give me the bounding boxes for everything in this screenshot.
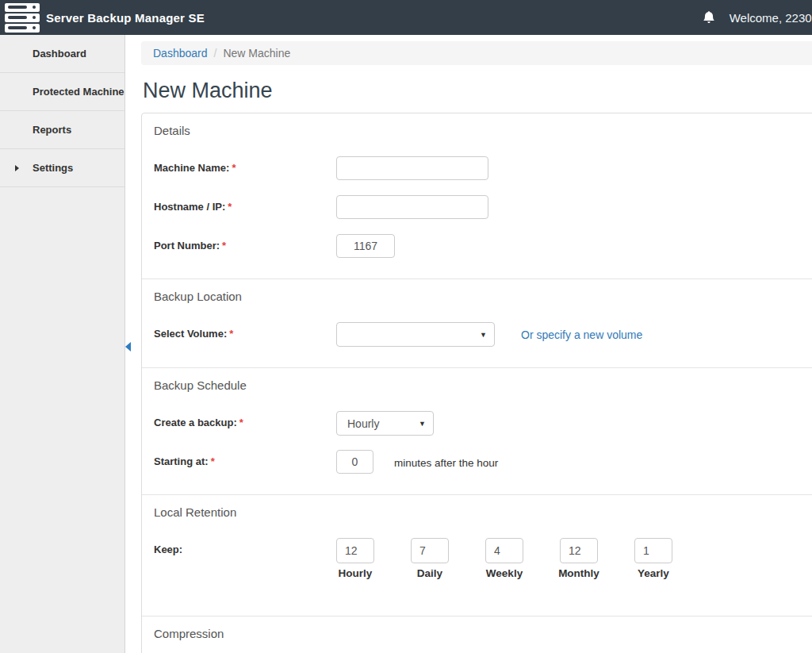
hostname-ip-label: Hostname / IP:* [154, 195, 336, 213]
keep-daily-field[interactable] [411, 538, 449, 563]
required-asterisk: * [232, 162, 236, 174]
keep-yearly-label: Yearly [638, 567, 669, 579]
breadcrumb-dashboard-link[interactable]: Dashboard [153, 47, 208, 60]
keep-weekly-label: Weekly [486, 567, 523, 579]
breadcrumb-separator: / [214, 47, 217, 60]
compression-section: Compression [142, 617, 812, 653]
notifications-bell-icon[interactable] [703, 10, 715, 25]
keep-hourly-field[interactable] [336, 538, 374, 563]
local-retention-section: Local Retention Keep: Hourly Daily Weekl… [142, 495, 812, 617]
details-section: Details Machine Name:* Hostname / IP:* P… [142, 113, 812, 279]
local-retention-section-title: Local Retention [154, 505, 812, 519]
sidebar-item-settings[interactable]: Settings [0, 149, 124, 187]
machine-name-label: Machine Name:* [154, 156, 336, 174]
compression-section-title: Compression [154, 627, 812, 640]
dropdown-arrow-icon: ▼ [419, 420, 426, 428]
sidebar-item-reports[interactable]: Reports [0, 111, 124, 149]
keep-daily-label: Daily [417, 567, 442, 579]
sidebar-nav: Dashboard Protected Machines Reports Set… [0, 35, 125, 653]
sidebar-item-label: Reports [33, 124, 124, 136]
backup-schedule-section-title: Backup Schedule [154, 378, 812, 392]
hostname-ip-field[interactable] [336, 195, 488, 219]
keep-weekly-group: Weekly [485, 538, 523, 579]
machine-name-field[interactable] [336, 156, 488, 180]
top-header-bar: Server Backup Manager SE Welcome, 22307 [0, 0, 812, 35]
keep-monthly-label: Monthly [558, 567, 599, 579]
create-backup-label: Create a backup:* [154, 411, 336, 428]
sidebar-item-dashboard[interactable]: Dashboard [0, 35, 124, 73]
keep-monthly-group: Monthly [560, 538, 598, 579]
keep-hourly-group: Hourly [336, 538, 374, 579]
select-volume-label: Select Volume:* [154, 322, 336, 340]
backup-location-section: Backup Location Select Volume:* ▼ Or spe… [142, 279, 812, 368]
sidebar-item-label: Settings [33, 162, 124, 174]
starting-at-suffix-text: minutes after the hour [394, 450, 498, 469]
port-number-label: Port Number:* [154, 234, 336, 252]
server-stack-logo-icon [5, 2, 41, 33]
backup-frequency-dropdown[interactable]: Hourly ▼ [336, 411, 434, 436]
sidebar-collapse-arrow-icon[interactable] [125, 342, 131, 351]
breadcrumb-current: New Machine [223, 47, 290, 60]
required-asterisk: * [211, 455, 215, 467]
keep-weekly-field[interactable] [485, 538, 523, 563]
breadcrumb: Dashboard / New Machine [141, 41, 812, 65]
chevron-right-icon [15, 165, 19, 171]
backup-location-section-title: Backup Location [154, 290, 812, 303]
sidebar-item-protected-machines[interactable]: Protected Machines [0, 73, 124, 111]
keep-label: Keep: [154, 538, 336, 555]
select-volume-dropdown[interactable]: ▼ [336, 322, 495, 347]
keep-daily-group: Daily [411, 538, 449, 579]
new-machine-form-panel: Details Machine Name:* Hostname / IP:* P… [141, 113, 812, 653]
keep-yearly-field[interactable] [634, 538, 672, 563]
dropdown-arrow-icon: ▼ [480, 331, 487, 339]
starting-at-field[interactable] [336, 450, 373, 474]
required-asterisk: * [228, 201, 232, 213]
keep-hourly-label: Hourly [339, 567, 373, 579]
main-content: Dashboard / New Machine New Machine Deta… [141, 35, 812, 653]
keep-monthly-field[interactable] [560, 538, 598, 563]
sidebar-item-label: Protected Machines [33, 86, 124, 98]
required-asterisk: * [239, 417, 243, 428]
sidebar-item-label: Dashboard [33, 48, 124, 60]
details-section-title: Details [154, 124, 812, 137]
port-number-field[interactable] [336, 234, 395, 258]
backup-frequency-value: Hourly [347, 417, 379, 430]
page-title: New Machine [143, 79, 812, 103]
required-asterisk: * [222, 240, 226, 252]
welcome-user-text[interactable]: Welcome, 22307 [730, 11, 812, 25]
specify-new-volume-link[interactable]: Or specify a new volume [521, 322, 642, 341]
backup-schedule-section: Backup Schedule Create a backup:* Hourly… [142, 368, 812, 495]
required-asterisk: * [229, 328, 233, 340]
starting-at-label: Starting at:* [154, 450, 336, 467]
app-title: Server Backup Manager SE [46, 11, 205, 25]
keep-yearly-group: Yearly [634, 538, 672, 579]
